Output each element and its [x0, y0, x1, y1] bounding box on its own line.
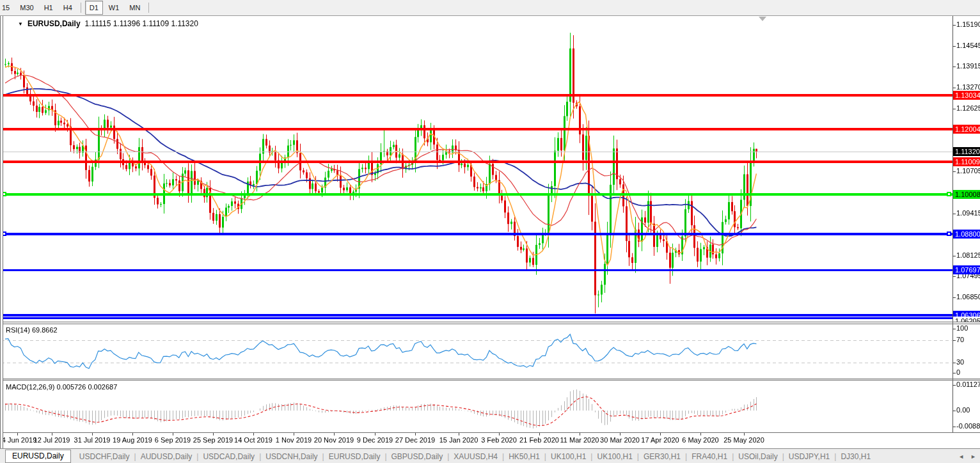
chart-tab-USDCHF-Daily[interactable]: USDCHF,Daily [77, 452, 132, 461]
tab-separator: | [780, 452, 786, 461]
axis-tick-mark [952, 363, 956, 363]
chart-tab-FRA40-H1[interactable]: FRA40,H1 [689, 452, 730, 461]
price-axis-label: 1.08125 [956, 251, 980, 259]
date-tick-mark [334, 433, 335, 436]
chart-shift-marker[interactable] [759, 17, 766, 21]
axis-tick-mark [952, 427, 956, 427]
tab-separator: | [542, 452, 548, 461]
toolbar-separator [148, 3, 149, 13]
tab-separator: | [257, 452, 263, 461]
tab-separator: | [730, 452, 736, 461]
axis-tick-mark [952, 385, 956, 386]
chart-tab-GER30-H1[interactable]: GER30,H1 [641, 452, 683, 461]
chart-symbol: EURUSD,Daily [28, 19, 81, 28]
date-axis-label: 31 Jul 2019 [74, 436, 111, 444]
chart-tab-USDCNH-Daily[interactable]: USDCNH,Daily [263, 452, 320, 461]
date-axis-label: 25 May 2020 [723, 436, 764, 444]
price-axis-label: 1.13270 [956, 83, 980, 91]
timeframe-button-W1[interactable]: W1 [104, 1, 124, 15]
chart-tab-EURUSD-Daily[interactable]: EURUSD,Daily [326, 452, 383, 461]
chart-tab-UK100-H1[interactable]: UK100,H1 [548, 452, 589, 461]
axis-tick-mark [952, 88, 956, 88]
chart-tab-bar: EURUSD,Daily|USDCHF,Daily|AUDUSD,Daily|U… [0, 448, 980, 463]
timeframe-button-H4[interactable]: H4 [59, 1, 77, 15]
rsi-axis-label-0: 0 [956, 368, 960, 376]
tab-separator: | [589, 452, 594, 461]
timeframe-button-M30[interactable]: M30 [15, 1, 38, 15]
price-axis-label: 1.14545 [956, 42, 980, 49]
tab-separator: | [132, 452, 138, 461]
axis-tick-mark [952, 67, 956, 67]
chart-tab-GBPUSD-Daily[interactable]: GBPUSD,Daily [389, 452, 446, 461]
axis-tick-mark [952, 25, 956, 26]
chart-tab-AUDUSD-Daily[interactable]: AUDUSD,Daily [138, 452, 195, 461]
window-left-frame [0, 16, 3, 448]
date-axis-label: 25 Sep 2019 [193, 436, 233, 444]
chart-area[interactable]: ▼ EURUSD,Daily 1.11115 1.11396 1.11109 1… [0, 16, 980, 448]
tab-separator: | [320, 452, 326, 461]
chart-tab-XAUUSD-H4[interactable]: XAUUSD,H4 [451, 452, 500, 461]
chart-tab-DJ30-H1[interactable]: DJ30,H1 [838, 452, 873, 461]
chart-tab-USDCAD-Daily[interactable]: USDCAD,Daily [200, 452, 257, 461]
symbol-dropdown-icon[interactable]: ▼ [18, 21, 23, 27]
chart-tab-USOil-Daily[interactable]: USOil,Daily [736, 452, 780, 461]
axis-tick-mark [952, 340, 956, 341]
date-tick-mark [173, 433, 173, 436]
price-axis-label: 1.15190 [956, 20, 980, 28]
date-axis-label: 11 Mar 2020 [560, 436, 599, 444]
date-axis-label: 30 Mar 2020 [600, 436, 640, 444]
chart-ohlc-values: 1.11115 1.11396 1.11109 1.11320 [85, 19, 198, 28]
date-tick-mark [620, 433, 620, 436]
timeframe-button-D1[interactable]: D1 [85, 1, 103, 15]
price-tag-1.11009: 1.11009 [953, 157, 980, 166]
date-tick-mark [132, 433, 133, 436]
axis-tick-mark [952, 109, 956, 109]
axis-tick-mark [952, 329, 956, 329]
macd-axis-label: 0.011277 [956, 381, 980, 388]
price-axis-label: 1.13915 [956, 62, 980, 70]
date-tick-mark [213, 433, 214, 436]
timeframe-button-H1[interactable]: H1 [40, 1, 58, 15]
chart-tab-HK50-H1[interactable]: HK50,H1 [506, 452, 542, 461]
price-axis-label: 1.06850 [956, 293, 980, 301]
rsi-axis-label-100: 100 [956, 324, 968, 332]
price-tag-1.07697: 1.07697 [953, 265, 980, 274]
date-axis-label: 21 Feb 2020 [519, 436, 559, 444]
axis-tick-mark [952, 46, 956, 47]
tab-separator: | [832, 452, 838, 461]
chart-tab-USDJPY-H1[interactable]: USDJPY,H1 [786, 452, 832, 461]
price-axis-label: 1.09415 [956, 209, 980, 217]
chart-canvas[interactable] [0, 16, 980, 448]
chart-title: ▼ EURUSD,Daily 1.11115 1.11396 1.11109 1… [18, 19, 198, 28]
date-axis-label: 19 Aug 2019 [113, 436, 152, 444]
price-tag-1.06205: 1.06205 [953, 317, 980, 322]
chart-tab-UK100-H1[interactable]: UK100,H1 [594, 452, 635, 461]
timeframe-button-15[interactable]: 15 [1, 1, 14, 15]
date-axis-label: 15 Jan 2020 [439, 436, 478, 444]
date-axis-label: 12 Jul 2019 [34, 436, 70, 444]
date-tick-mark [52, 433, 52, 436]
date-tick-mark [580, 433, 580, 436]
price-tag-1.10008: 1.10008 [953, 190, 980, 199]
price-tag-1.08800: 1.08800 [953, 230, 980, 239]
mt4-window: 15M30H1H4D1W1MN ▼ EURUSD,Daily 1.11115 1… [0, 0, 980, 463]
axis-tick-mark [952, 171, 956, 172]
date-tick-mark [744, 433, 745, 436]
date-tick-mark [459, 433, 459, 436]
tab-scroll-right-icon[interactable]: ► [970, 453, 976, 460]
date-tick-mark [700, 433, 701, 436]
date-tick-mark [415, 433, 416, 436]
date-axis-label: 1 Nov 2019 [276, 436, 312, 444]
date-axis-label: 6 Sep 2019 [155, 436, 191, 444]
timeframe-button-MN[interactable]: MN [125, 1, 145, 15]
date-tick-mark [375, 433, 375, 436]
axis-tick-mark [952, 276, 956, 277]
date-tick-mark [92, 433, 93, 436]
timeframe-toolbar: 15M30H1H4D1W1MN [0, 0, 980, 16]
chart-tab-EURUSD-Daily[interactable]: EURUSD,Daily [5, 450, 71, 463]
date-axis-label: 20 Nov 2019 [314, 436, 354, 444]
date-tick-mark [17, 433, 18, 436]
tab-scroll-left-icon[interactable]: ◄ [958, 453, 964, 460]
tab-separator: | [445, 452, 451, 461]
date-tick-mark [660, 433, 661, 436]
